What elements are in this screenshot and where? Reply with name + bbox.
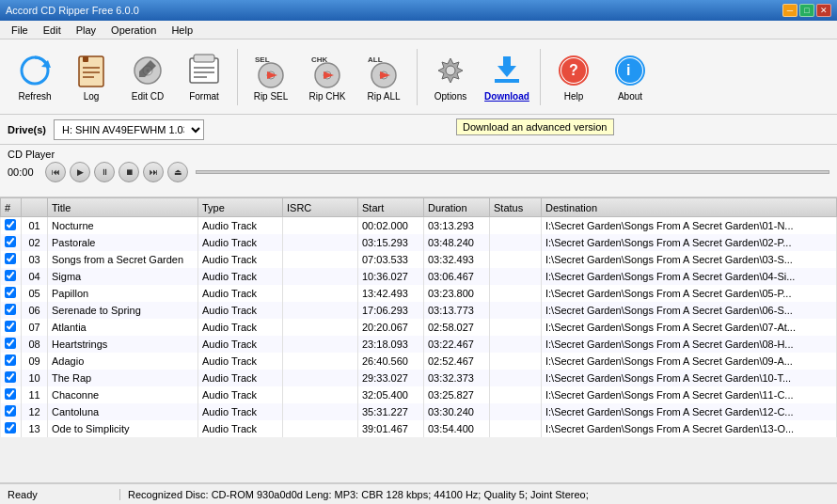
editcd-button[interactable]: Edit CD: [120, 44, 175, 110]
maximize-button[interactable]: □: [799, 4, 814, 17]
col-header-num: [22, 198, 48, 217]
menu-play[interactable]: Play: [69, 23, 103, 38]
row-type: Audio Track: [198, 336, 283, 353]
editcd-icon: [129, 52, 166, 89]
cd-time: 00:00: [8, 166, 41, 178]
log-button[interactable]: Log: [64, 44, 118, 110]
row-type: Audio Track: [198, 234, 283, 251]
close-button[interactable]: ✕: [816, 4, 831, 17]
menu-operation[interactable]: Operation: [103, 23, 164, 38]
row-checkbox-cell[interactable]: [1, 217, 22, 234]
row-title: Chaconne: [48, 386, 198, 403]
track-checkbox[interactable]: [5, 253, 16, 264]
col-header-status[interactable]: Status: [490, 198, 542, 217]
menu-file[interactable]: File: [4, 23, 36, 38]
download-button[interactable]: Download: [480, 44, 534, 110]
ripchk-button[interactable]: CHK Rip CHK: [300, 44, 355, 110]
row-checkbox-cell[interactable]: [1, 353, 22, 370]
player-prev-button[interactable]: ⏮: [45, 162, 66, 182]
ripsel-button[interactable]: SEL Rip SEL: [244, 44, 298, 110]
track-checkbox[interactable]: [5, 270, 16, 281]
row-start: 32:05.400: [358, 386, 424, 403]
download-icon: [488, 52, 526, 89]
track-checkbox[interactable]: [5, 287, 16, 298]
row-checkbox-cell[interactable]: [1, 370, 22, 386]
col-header-isrc[interactable]: ISRC: [283, 198, 358, 217]
row-start: 39:01.467: [358, 420, 424, 437]
format-label: Format: [189, 91, 219, 102]
table-row: 09 Adagio Audio Track 26:40.560 02:52.46…: [1, 353, 837, 370]
track-checkbox[interactable]: [5, 236, 16, 247]
cd-progress-bar[interactable]: [196, 170, 829, 174]
row-type: Audio Track: [198, 251, 283, 268]
about-button[interactable]: i About: [603, 44, 657, 110]
row-status: [490, 217, 542, 234]
player-next-button[interactable]: ⏭: [143, 162, 164, 182]
col-header-type[interactable]: Type: [198, 198, 283, 217]
row-checkbox-cell[interactable]: [1, 234, 22, 251]
player-pause-button[interactable]: ⏸: [94, 162, 115, 182]
row-checkbox-cell[interactable]: [1, 403, 22, 420]
table-row: 04 Sigma Audio Track 10:36.027 03:06.467…: [1, 268, 837, 285]
row-checkbox-cell[interactable]: [1, 251, 22, 268]
track-checkbox[interactable]: [5, 422, 16, 433]
format-icon: [185, 52, 223, 89]
row-status: [490, 336, 542, 353]
drive-selector[interactable]: H: SHIN AV49EFWHM 1.03: [54, 119, 204, 140]
row-isrc: [283, 353, 358, 370]
toolbar-sep-1: [237, 49, 238, 105]
menu-edit[interactable]: Edit: [36, 23, 69, 38]
row-title: Pastorale: [48, 234, 198, 251]
table-row: 01 Nocturne Audio Track 00:02.000 03:13.…: [1, 217, 837, 234]
row-title: Heartstrings: [48, 336, 198, 353]
refresh-icon: [16, 52, 54, 89]
player-play-button[interactable]: ▶: [70, 162, 90, 182]
track-table-container[interactable]: # Title Type ISRC Start Duration Status …: [0, 197, 837, 483]
ripall-icon: ALL: [365, 52, 403, 89]
row-checkbox-cell[interactable]: [1, 336, 22, 353]
row-checkbox-cell[interactable]: [1, 319, 22, 336]
ripall-button[interactable]: ALL Rip ALL: [356, 44, 411, 110]
row-checkbox-cell[interactable]: [1, 420, 22, 437]
col-header-duration[interactable]: Duration: [424, 198, 490, 217]
track-checkbox[interactable]: [5, 219, 16, 230]
row-checkbox-cell[interactable]: [1, 268, 22, 285]
row-duration: 02:58.027: [424, 319, 490, 336]
options-button[interactable]: Options: [423, 44, 478, 110]
player-eject-button[interactable]: ⏏: [167, 162, 188, 182]
track-checkbox[interactable]: [5, 405, 16, 417]
col-header-dest[interactable]: Destination: [542, 198, 837, 217]
row-num: 13: [22, 420, 48, 437]
row-checkbox-cell[interactable]: [1, 386, 22, 403]
row-checkbox-cell[interactable]: [1, 285, 22, 302]
options-icon: [432, 52, 469, 89]
col-header-title[interactable]: Title: [48, 198, 198, 217]
toolbar-sep-2: [417, 49, 418, 105]
row-checkbox-cell[interactable]: [1, 302, 22, 319]
row-dest: I:\Secret Garden\Songs From A Secret Gar…: [542, 420, 837, 437]
row-status: [490, 319, 542, 336]
col-header-start[interactable]: Start: [358, 198, 424, 217]
refresh-button[interactable]: Refresh: [8, 44, 62, 110]
cd-player-controls: 00:00 ⏮ ▶ ⏸ ⏹ ⏭ ⏏: [8, 162, 829, 182]
row-dest: I:\Secret Garden\Songs From A Secret Gar…: [542, 268, 837, 285]
track-checkbox[interactable]: [5, 338, 16, 349]
track-checkbox[interactable]: [5, 321, 16, 332]
row-type: Audio Track: [198, 403, 283, 420]
row-num: 02: [22, 234, 48, 251]
svg-point-27: [446, 66, 455, 75]
track-checkbox[interactable]: [5, 388, 16, 400]
format-button[interactable]: Format: [177, 44, 231, 110]
row-num: 08: [22, 336, 48, 353]
player-stop-button[interactable]: ⏹: [118, 162, 139, 182]
menu-help[interactable]: Help: [164, 23, 200, 38]
help-button[interactable]: ? Help: [546, 44, 601, 110]
row-title: Cantoluna: [48, 403, 198, 420]
toolbar: Refresh Log Edit CD: [0, 39, 837, 115]
minimize-button[interactable]: ─: [782, 4, 798, 17]
track-checkbox[interactable]: [5, 354, 16, 366]
row-status: [490, 302, 542, 319]
track-checkbox[interactable]: [5, 371, 16, 383]
track-checkbox[interactable]: [5, 304, 16, 315]
row-start: 35:31.227: [358, 403, 424, 420]
